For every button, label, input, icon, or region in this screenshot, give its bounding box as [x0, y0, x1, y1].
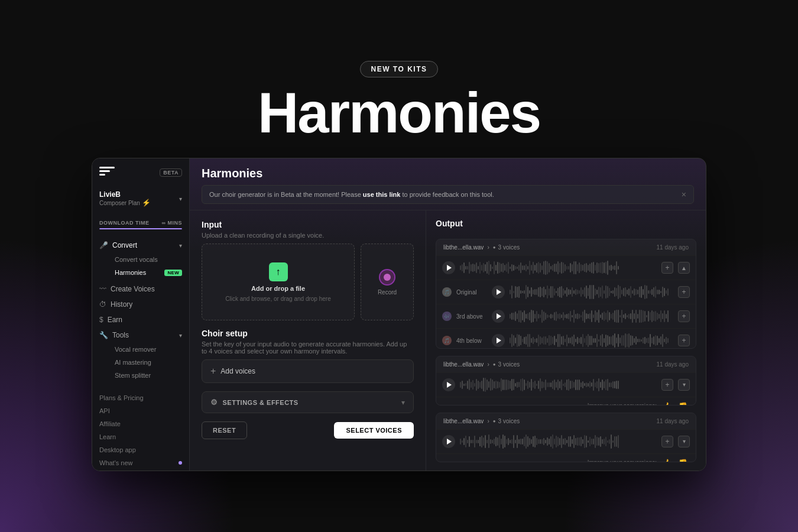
mic-icon: 🎤	[99, 241, 108, 249]
logo-bar-3	[99, 174, 105, 176]
voices-badge-2: ● 3 voices	[493, 361, 520, 368]
sidebar-item-ai-mastering[interactable]: AI mastering	[108, 356, 189, 369]
sidebar-section-convert: 🎤 Convert ▾ Convert vocals Harmonies NEW	[92, 238, 189, 279]
track-expand-btn-3-main[interactable]: ▾	[678, 436, 690, 447]
user-info: LivieB Composer Plan ⚡	[99, 190, 151, 207]
sidebar-footer-affiliate[interactable]: Affiliate	[92, 417, 189, 430]
track-add-btn-3-main[interactable]: +	[661, 436, 673, 447]
whats-new-dot	[179, 461, 182, 465]
content-body: Input Upload a clean recording of a sing…	[190, 210, 706, 471]
play-button-2-main[interactable]	[442, 378, 455, 391]
user-plan: Composer Plan ⚡	[99, 199, 151, 207]
output-track-1-4th: 🎵 4th below +	[436, 328, 696, 349]
track-add-btn-4th[interactable]: +	[678, 335, 690, 346]
gear-icon: ⚙	[210, 398, 218, 407]
output-track-3-main: + ▾	[436, 429, 696, 453]
sidebar-logo: BETA	[92, 167, 189, 179]
sidebar-item-create-voices[interactable]: 〰 Create Voices	[92, 281, 189, 297]
top-area: NEW TO KITS Harmonies	[258, 61, 540, 141]
sidebar-footer-whats-new[interactable]: What's new	[92, 456, 189, 469]
voices-badge-3: ● 3 voices	[493, 418, 520, 424]
track-add-btn-3rd[interactable]: +	[678, 310, 690, 322]
user-name: LivieB	[99, 190, 151, 199]
sidebar-footer-desktop[interactable]: Desktop app	[92, 443, 189, 456]
thumbs-up-button-2[interactable]: 👍	[661, 401, 673, 406]
sidebar-footer-api[interactable]: API	[92, 404, 189, 417]
drop-zone[interactable]: ↑ Add or drop a file Click and browse, o…	[202, 244, 355, 320]
logo-bar-2	[99, 170, 110, 172]
tools-submenu: Vocal remover AI mastering Stem splitter	[92, 343, 189, 382]
record-button[interactable]	[379, 269, 395, 286]
output-track-1-main: + ▲	[436, 255, 696, 280]
play-button-3-main[interactable]	[442, 435, 455, 448]
sidebar: BETA LivieB Composer Plan ⚡ ▾ DOWNLOAD T…	[92, 158, 190, 471]
download-progress-bar	[99, 228, 182, 229]
settings-label: SETTINGS & EFFECTS	[223, 399, 299, 406]
input-subtitle: Upload a clean recording of a single voi…	[202, 232, 414, 239]
sidebar-item-convert[interactable]: 🎤 Convert ▾	[92, 238, 189, 253]
left-panel: Input Upload a clean recording of a sing…	[190, 210, 426, 471]
sidebar-item-earn[interactable]: $ Earn	[92, 312, 189, 327]
notice-bar: Our choir generator is in Beta at the mo…	[202, 185, 694, 204]
dollar-icon: $	[99, 316, 103, 324]
output-track-1-3rd: 🎶 3rd above +	[436, 304, 696, 328]
sidebar-item-convert-vocals[interactable]: Convert vocals	[108, 253, 189, 266]
input-area: ↑ Add or drop a file Click and browse, o…	[202, 244, 414, 320]
record-zone[interactable]: Record	[361, 244, 414, 320]
output-time-1: 11 days ago	[657, 244, 689, 251]
thumbs-up-button-3[interactable]: 👍	[661, 458, 673, 462]
input-title: Input	[202, 220, 414, 229]
output-group-2-footer: Improve your conversions: 👍 👎	[436, 397, 696, 406]
sidebar-footer-plans[interactable]: Plans & Pricing	[92, 391, 189, 404]
play-triangle-icon	[447, 439, 452, 445]
thumbs-down-button-2[interactable]: 👎	[677, 401, 689, 406]
thumbs-down-button-3[interactable]: 👎	[677, 458, 689, 462]
play-button-3rd[interactable]	[492, 310, 505, 323]
reset-button[interactable]: RESET	[202, 421, 247, 439]
notice-close-icon[interactable]: ×	[682, 190, 686, 199]
play-button-original[interactable]	[492, 286, 505, 299]
app-window: BETA LivieB Composer Plan ⚡ ▾ DOWNLOAD T…	[92, 158, 706, 471]
sidebar-item-tools[interactable]: 🔧 Tools ▾	[92, 327, 189, 343]
choir-setup-section: Choir setup Set the key of your input au…	[202, 329, 414, 383]
sidebar-item-history[interactable]: ⏱ History	[92, 297, 189, 312]
output-group-3-header: libthe...ella.wav › ● 3 voices 11 days a…	[436, 413, 696, 429]
track-add-btn-1-main[interactable]: +	[661, 262, 673, 274]
output-time-3: 11 days ago	[657, 418, 689, 424]
sidebar-footer-feature-requests[interactable]: Feature requests	[92, 469, 189, 471]
sidebar-footer-learn[interactable]: Learn	[92, 430, 189, 443]
output-file-info-2: libthe...ella.wav › ● 3 voices	[443, 361, 520, 368]
track-add-btn-2-main[interactable]: +	[661, 379, 673, 391]
play-button-4th[interactable]	[492, 334, 505, 347]
user-section[interactable]: LivieB Composer Plan ⚡ ▾	[92, 186, 189, 212]
track-label-3rd: 3rd above	[456, 313, 487, 320]
download-time-section: DOWNLOAD TIME ∞ MINS	[92, 216, 189, 233]
output-group-2-header: libthe...ella.wav › ● 3 voices 11 days a…	[436, 356, 696, 372]
output-filename-3: libthe...ella.wav	[443, 418, 484, 424]
settings-header[interactable]: ⚙ SETTINGS & EFFECTS ▾	[202, 392, 413, 413]
main-content: Harmonies Our choir generator is in Beta…	[190, 158, 706, 471]
sidebar-section-tools: 🔧 Tools ▾ Vocal remover AI mastering Ste…	[92, 327, 189, 382]
output-filename-2: libthe...ella.wav	[443, 361, 484, 368]
record-dot	[384, 274, 391, 281]
track-add-btn-original[interactable]: +	[678, 286, 690, 298]
sidebar-item-stem-splitter[interactable]: Stem splitter	[108, 369, 189, 382]
sidebar-item-harmonies[interactable]: Harmonies NEW	[108, 266, 189, 279]
track-expand-btn-2-main[interactable]: ▾	[678, 379, 690, 391]
track-expand-btn-1-main[interactable]: ▲	[678, 262, 690, 274]
add-voices-button[interactable]: + Add voices	[202, 359, 414, 383]
track-label-original: Original	[456, 289, 487, 296]
select-voices-button[interactable]: SELECT VOICES	[334, 422, 414, 439]
upload-icon: ↑	[269, 262, 288, 281]
play-triangle-icon	[497, 313, 501, 319]
notice-text-after: to provide feedback on this tool.	[400, 191, 494, 198]
waveform-3-main	[460, 433, 657, 450]
download-label: DOWNLOAD TIME ∞ MINS	[99, 220, 182, 226]
sidebar-item-vocal-remover[interactable]: Vocal remover	[108, 343, 189, 356]
play-button-1-main[interactable]	[442, 261, 455, 274]
clock-icon: ⏱	[99, 300, 106, 309]
notice-link[interactable]: use this link	[363, 191, 401, 198]
play-triangle-icon	[447, 265, 452, 271]
output-file-info-3: libthe...ella.wav › ● 3 voices	[443, 418, 520, 424]
play-triangle-icon	[497, 289, 501, 295]
